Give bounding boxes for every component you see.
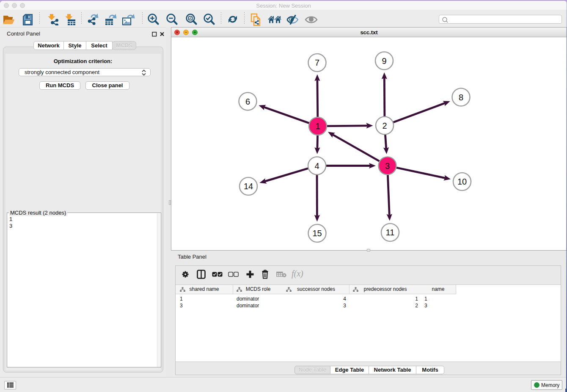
svg-text:9: 9: [382, 56, 386, 66]
svg-text:6: 6: [245, 97, 250, 106]
svg-text:14: 14: [244, 182, 253, 191]
svg-text:2: 2: [382, 121, 387, 130]
svg-text:3: 3: [385, 161, 390, 171]
svg-text:1: 1: [315, 121, 320, 131]
svg-text:10: 10: [457, 177, 467, 186]
svg-text:4: 4: [314, 161, 319, 171]
svg-text:7: 7: [315, 58, 319, 67]
svg-text:8: 8: [459, 93, 463, 102]
svg-text:11: 11: [386, 228, 395, 237]
svg-text:15: 15: [312, 229, 322, 238]
